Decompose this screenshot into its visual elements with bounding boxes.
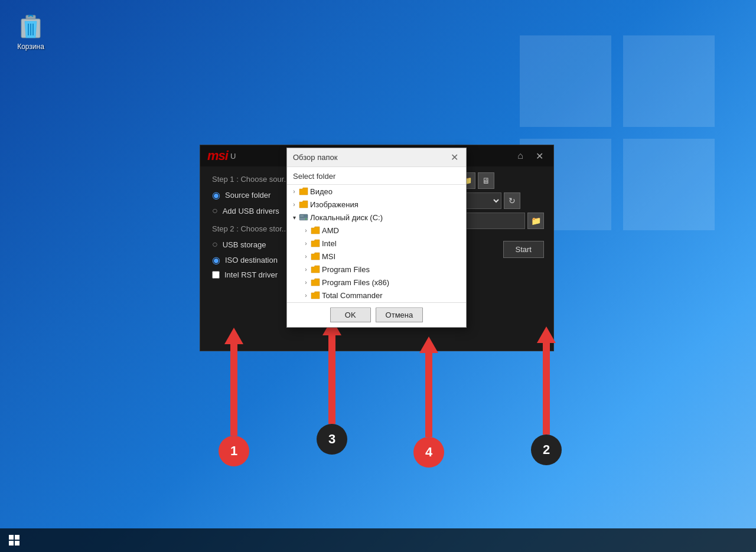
taskbar — [0, 528, 756, 552]
tree-item[interactable]: › Program Files — [287, 263, 466, 276]
browse-dialog-titlebar: Обзор папок ✕ — [287, 148, 466, 167]
tree-item[interactable]: › MSI — [287, 250, 466, 263]
annotation-circle-1: 1 — [219, 436, 249, 466]
tree-expand-arrow: ▾ — [289, 213, 299, 222]
msi-app-subtitle: U — [230, 152, 236, 161]
folder-icon — [299, 200, 308, 208]
recycle-bin[interactable]: Корзина — [17, 12, 45, 51]
recycle-bin-label: Корзина — [17, 43, 44, 51]
tree-item[interactable]: › Видео — [287, 185, 466, 198]
tree-item-label: Program Files — [322, 265, 370, 274]
svg-rect-15 — [9, 541, 14, 546]
msi-logo: msi — [207, 148, 228, 164]
tree-expand-arrow: › — [301, 277, 311, 287]
arrow-2-shaft — [543, 343, 550, 435]
folder-icon — [311, 252, 320, 260]
svg-rect-13 — [9, 535, 14, 540]
browse-folder-dialog: Обзор папок ✕ Select folder › Видео› Изо… — [286, 148, 467, 328]
tree-item[interactable]: ▾ Локальный диск (C:) — [287, 211, 466, 224]
browse-cancel-button[interactable]: Отмена — [376, 308, 423, 322]
tree-expand-arrow: › — [301, 251, 311, 261]
iso-dest-label: ISO destination — [225, 256, 278, 264]
svg-rect-16 — [15, 541, 19, 546]
folder-icon — [311, 278, 320, 286]
browse-ok-button[interactable]: OK — [330, 308, 371, 322]
start-button[interactable] — [0, 528, 28, 552]
annotation-circle-2: 2 — [531, 435, 562, 465]
folder-icon — [311, 226, 320, 234]
usb-storage-label: USB storage — [223, 240, 266, 249]
arrow-1-shaft — [230, 344, 237, 436]
tree-item-label: Intel — [322, 239, 337, 248]
msi-start-button[interactable]: Start — [503, 241, 544, 258]
add-usb-label: Add USB drivers — [223, 207, 279, 215]
tree-item[interactable]: › Изображения — [287, 198, 466, 211]
radio-source-folder-icon: ◉ — [212, 190, 220, 201]
msi-close-button[interactable]: ✕ — [532, 149, 546, 163]
radio-iso-dest-icon: ◉ — [212, 254, 220, 266]
tree-item-label: MSI — [322, 252, 335, 261]
svg-rect-12 — [300, 215, 304, 217]
tree-item-label: AMD — [322, 226, 339, 235]
annotation-4-group: 4 — [413, 337, 444, 468]
tree-item[interactable]: › AMD — [287, 224, 466, 237]
tree-item-label: Видео — [310, 187, 333, 196]
msi-home-button[interactable]: ⌂ — [513, 149, 527, 163]
msi-titlebar-buttons: ⌂ ✕ — [513, 149, 546, 163]
msi-screen-btn[interactable]: 🖥 — [478, 172, 494, 189]
start-icon — [9, 535, 19, 546]
browse-dialog-buttons: OK Отмена — [287, 303, 466, 327]
tree-expand-arrow: › — [301, 290, 311, 300]
msi-iso-folder-btn[interactable]: 📁 — [527, 213, 544, 229]
intel-rst-label: Intel RST driver — [224, 270, 278, 279]
desktop: Корзина msi U ⌂ ✕ Step 1 : Choose sour..… — [0, 0, 756, 552]
msi-refresh-btn[interactable]: ↻ — [504, 192, 520, 209]
tree-expand-arrow: › — [301, 239, 311, 248]
intel-rst-checkbox[interactable] — [212, 271, 220, 279]
tree-expand-arrow: › — [301, 226, 311, 235]
tree-item-label: Локальный диск (C:) — [310, 213, 383, 222]
tree-expand-arrow: › — [289, 200, 299, 209]
tree-item[interactable]: › Intel — [287, 237, 466, 250]
tree-expand-arrow: › — [289, 187, 299, 196]
tree-item-label: Изображения — [310, 200, 359, 209]
tree-item[interactable]: › Program Files (x86) — [287, 276, 466, 289]
browse-folder-tree[interactable]: › Видео› Изображения▾ Локальный диск (C:… — [287, 185, 466, 303]
annotation-circle-3: 3 — [317, 424, 347, 455]
source-folder-label: Source folder — [225, 191, 271, 200]
radio-add-usb-icon: ○ — [212, 205, 218, 216]
browse-dialog-title: Обзор папок — [293, 153, 337, 162]
folder-icon — [299, 187, 308, 195]
tree-item-label: Total Commander — [322, 291, 383, 300]
tree-expand-arrow: › — [301, 264, 311, 274]
arrow-4-shaft — [425, 353, 432, 437]
folder-icon — [311, 265, 320, 273]
folder-icon — [311, 291, 320, 299]
annotation-circle-4: 4 — [413, 437, 444, 468]
svg-rect-14 — [15, 535, 19, 540]
browse-dialog-close-button[interactable]: ✕ — [448, 152, 460, 164]
svg-point-11 — [305, 218, 307, 220]
svg-rect-1 — [623, 35, 715, 127]
svg-rect-0 — [520, 35, 611, 127]
folder-icon — [311, 239, 320, 247]
recycle-bin-icon — [17, 12, 45, 40]
svg-rect-3 — [623, 139, 715, 230]
browse-dialog-subtitle: Select folder — [287, 167, 466, 185]
radio-usb-storage-icon: ○ — [212, 239, 218, 250]
tree-item[interactable]: › Total Commander — [287, 289, 466, 302]
drive-icon — [299, 213, 308, 221]
tree-item-label: Program Files (x86) — [322, 278, 389, 287]
